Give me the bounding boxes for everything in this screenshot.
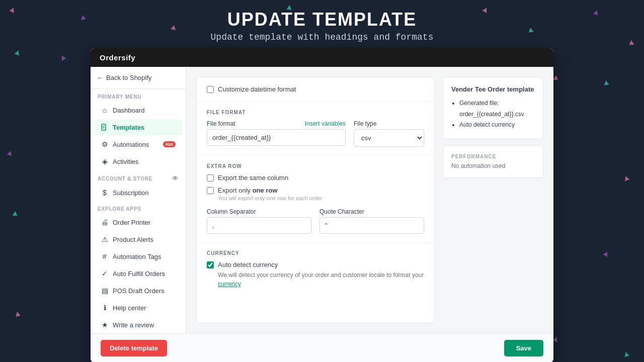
currency-hint: We will detect your currency of your ord… [218, 270, 424, 289]
sidebar-item-review[interactable]: ★ Write a review [94, 317, 183, 333]
form-area: Customize datetime format FILE FORMAT Fi… [196, 77, 435, 323]
sidebar-item-help[interactable]: ℹ Help center [94, 300, 183, 316]
hot-badge: Hot [163, 141, 176, 147]
export-same-col-label: Export the same column [218, 174, 288, 182]
sidebar-label-help: Help center [113, 304, 146, 312]
sidebar-label-dashboard: Dashboard [113, 107, 145, 114]
info-icon: ℹ [101, 304, 109, 312]
sidebar-label-automation-tags: Automation Tags [113, 253, 162, 260]
pos-icon: ▤ [101, 287, 109, 295]
sidebar-item-automation-tags[interactable]: # Automation Tags [94, 248, 183, 264]
sidebar-item-order-printer[interactable]: 🖨 Order Printer [94, 214, 183, 230]
sidebar-label-activities: Activities [113, 158, 138, 165]
generated-value: order_{{created_at}}.csv [459, 111, 524, 118]
extra-row-section: EXTRA ROW Export the same column Export … [197, 155, 434, 242]
file-type-group: File type csv xlsx tsv [354, 120, 424, 147]
auto-detect-currency-label: Auto detect currency [218, 261, 278, 268]
customize-datetime-row[interactable]: Customize datetime format [207, 85, 424, 93]
page-header: UPDATE TEMPLATE Update template with hea… [0, 0, 644, 48]
account-store-label: ACCOUNT & STORE 👁 [91, 170, 186, 184]
file-format-row: File format Insert variables File type c… [207, 120, 424, 147]
sidebar-item-dashboard[interactable]: ⌂ Dashboard [94, 102, 183, 118]
sidebar: ← Back to Shopify PRIMARY MENU ⌂ Dashboa… [91, 67, 186, 333]
insert-variables-link[interactable]: Insert variables [305, 120, 346, 127]
activity-icon: ◈ [101, 157, 109, 165]
info-card-title: Vender Tee Order template [451, 85, 535, 93]
no-automation-text: No automation used [451, 162, 535, 169]
file-type-label: File type [354, 120, 424, 127]
file-format-group: File format Insert variables [207, 120, 346, 146]
col-sep-label: Column Separator [207, 208, 311, 215]
file-icon [101, 123, 109, 131]
sidebar-label-automations: Automations [113, 141, 149, 148]
quote-char-group: Quote Character [319, 208, 424, 234]
col-sep-input[interactable] [207, 217, 311, 234]
customize-datetime-checkbox[interactable] [207, 86, 214, 93]
back-label: Back to Shopify [106, 74, 151, 81]
printer-icon: 🖨 [101, 218, 109, 226]
file-format-section: FILE FORMAT File format Insert variables… [197, 102, 434, 155]
main-content: Customize datetime format FILE FORMAT Fi… [186, 67, 553, 333]
sidebar-label-templates: Templates [113, 124, 144, 131]
delete-template-button[interactable]: Delete template [101, 340, 167, 356]
app-window: Ordersify ← Back to Shopify PRIMARY MENU… [91, 48, 553, 362]
sidebar-item-templates[interactable]: Templates [94, 119, 183, 135]
export-one-row-row[interactable]: Export only one row [207, 187, 424, 194]
save-button[interactable]: Save [504, 340, 543, 356]
dollar-icon: $ [101, 189, 109, 197]
check-icon: ✓ [101, 269, 109, 278]
sidebar-label-order-printer: Order Printer [113, 219, 150, 226]
export-same-col-checkbox[interactable] [207, 174, 214, 182]
sidebar-item-subscription[interactable]: $ Subscription [94, 185, 183, 201]
quote-char-label: Quote Character [319, 208, 424, 215]
datetime-section: Customize datetime format [197, 77, 434, 102]
file-type-select[interactable]: csv xlsx tsv [354, 129, 424, 147]
auto-detect-currency-row[interactable]: Auto detect currency [207, 261, 424, 268]
star-icon: ★ [101, 321, 109, 329]
sidebar-label-subscription: Subscription [113, 189, 149, 197]
sidebar-label-product-alerts: Product Alerts [113, 236, 153, 243]
footer-bar: Delete template Save [91, 333, 553, 362]
app-body: ← Back to Shopify PRIMARY MENU ⌂ Dashboa… [91, 67, 553, 333]
generated-file-item: Generated file: order_{{created_at}}.csv [459, 98, 535, 120]
export-one-row-hint: You will export only one row for each or… [218, 195, 424, 201]
sidebar-label-pos-draft: POS Draft Orders [113, 287, 165, 295]
customize-datetime-label: Customize datetime format [218, 85, 296, 93]
file-format-label: File format [207, 120, 235, 127]
info-sidebar: Vender Tee Order template Generated file… [443, 77, 543, 323]
eye-icon: 👁 [172, 175, 179, 182]
sidebar-item-automations[interactable]: ⚙ Automations Hot [94, 136, 183, 152]
auto-detect-item: Auto detect currency [459, 120, 535, 131]
column-sep-group: Column Separator [207, 208, 311, 234]
sidebar-item-auto-fulfill[interactable]: ✓ Auto Fulfill Orders [94, 265, 183, 282]
extra-row-title: EXTRA ROW [207, 163, 424, 169]
sidebar-item-activities[interactable]: ◈ Activities [94, 153, 183, 169]
sidebar-label-review: Write a review [113, 321, 154, 329]
tag-icon: # [101, 252, 109, 260]
export-same-col-row[interactable]: Export the same column [207, 174, 424, 182]
back-to-shopify[interactable]: ← Back to Shopify [91, 67, 186, 89]
file-format-label-row: File format Insert variables [207, 120, 346, 127]
sidebar-label-auto-fulfill: Auto Fulfill Orders [113, 270, 165, 278]
auto-detect-currency-checkbox[interactable] [207, 261, 214, 268]
file-format-input[interactable] [207, 129, 346, 146]
performance-title: PERFORMANCE [451, 154, 535, 159]
sidebar-item-product-alerts[interactable]: ⚠ Product Alerts [94, 231, 183, 247]
currency-hint-link[interactable]: currency [218, 281, 241, 288]
primary-menu-label: PRIMARY MENU [91, 89, 186, 102]
explore-apps-label: EXPLORE APPS [91, 201, 186, 214]
generated-label: Generated file: [459, 100, 499, 107]
export-one-row-label: Export only one row [218, 187, 278, 194]
currency-title: CURRENCY [207, 250, 424, 256]
file-format-title: FILE FORMAT [207, 110, 424, 115]
currency-section: CURRENCY Auto detect currency We will de… [197, 242, 434, 297]
quote-char-input[interactable] [319, 217, 424, 234]
back-arrow-icon: ← [97, 74, 103, 81]
export-one-row-checkbox[interactable] [207, 187, 214, 194]
sidebar-item-pos-draft[interactable]: ▤ POS Draft Orders [94, 283, 183, 299]
page-subtitle: Update template with headings and format… [0, 32, 644, 42]
performance-card: PERFORMANCE No automation used [443, 145, 543, 178]
gear-icon: ⚙ [101, 140, 109, 148]
template-info-card: Vender Tee Order template Generated file… [443, 77, 543, 139]
info-list: Generated file: order_{{created_at}}.csv… [451, 98, 535, 131]
